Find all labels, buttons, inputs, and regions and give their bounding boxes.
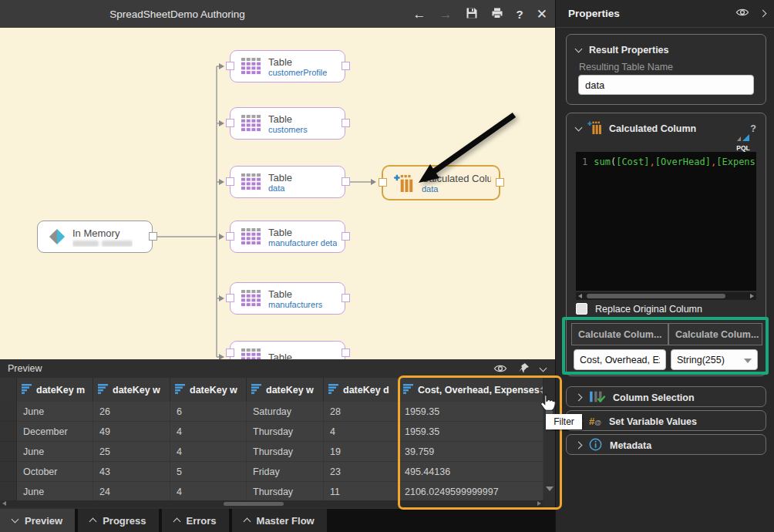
input-port[interactable]: [226, 348, 234, 357]
cell: Thursday: [247, 442, 324, 462]
table-grid-icon: [241, 58, 261, 75]
flow-node-table-customers[interactable]: Table customers: [230, 107, 345, 140]
cell: 49: [93, 422, 170, 442]
panel-collapse-chevron-icon[interactable]: [759, 10, 767, 18]
sort-arrows-icon[interactable]: [540, 386, 543, 394]
output-port[interactable]: [496, 178, 504, 187]
node-title: Calculated Column...: [422, 173, 491, 184]
output-port[interactable]: [149, 232, 157, 241]
flow-node-table-customerprofile[interactable]: Table customerProfile: [230, 50, 345, 82]
tab-preview[interactable]: Preview: [0, 509, 75, 532]
input-port[interactable]: [226, 294, 234, 302]
tab-errors[interactable]: Errors: [162, 509, 229, 532]
calculated-column-icon: [587, 121, 603, 136]
flow-canvas[interactable]: In Memory Table customerProfile Table cu…: [0, 28, 555, 359]
output-port[interactable]: [342, 62, 350, 70]
node-title: Table: [268, 172, 292, 184]
input-port[interactable]: [226, 177, 234, 186]
column-type-icon: [22, 384, 32, 396]
cell: June: [17, 442, 93, 462]
grid-header-column-type[interactable]: Calculate Colum...: [668, 323, 762, 345]
flow-node-in-memory[interactable]: In Memory: [37, 221, 153, 253]
output-port[interactable]: [342, 177, 350, 186]
input-port[interactable]: [226, 62, 234, 70]
column-name-input[interactable]: [574, 349, 666, 370]
cell: 4: [170, 442, 247, 462]
section-set-variable-values[interactable]: #@ Set Variable Values: [566, 410, 766, 431]
input-port[interactable]: [379, 178, 387, 187]
flow-node-table-partial[interactable]: Table: [230, 341, 345, 359]
application-window: SpreadSheetDemo Authoring ← → ? ✕: [0, 0, 774, 532]
scroll-down-arrow[interactable]: [546, 487, 554, 491]
chevron-up-icon: [173, 518, 180, 526]
flow-node-table-manufacturers[interactable]: Table manufacturers: [230, 282, 345, 315]
cell: Thursday: [247, 422, 324, 442]
section-metadata[interactable]: Metadata: [566, 434, 766, 455]
column-header-datekey-w3[interactable]: dateKey w: [247, 378, 324, 402]
properties-eye-icon[interactable]: [735, 8, 749, 19]
help-icon[interactable]: ?: [517, 8, 523, 20]
expression-code-editor[interactable]: 1sum([Cost],[OverHead],[Expens: [576, 152, 756, 291]
table-grid-icon: [241, 228, 261, 245]
table-row[interactable]: June 24 4 Thursday 11 2106.0249599999997: [0, 482, 543, 502]
input-port[interactable]: [226, 232, 234, 241]
section-help-icon[interactable]: ?: [750, 123, 756, 134]
scroll-left-arrow[interactable]: [578, 294, 582, 298]
column-header-cost-overhead-expenses[interactable]: Cost, Overhead, Expenses: [399, 378, 543, 402]
cell: 4: [170, 482, 247, 502]
column-header-datekey-m[interactable]: dateKey m: [17, 378, 93, 402]
tab-progress[interactable]: Progress: [78, 509, 158, 532]
preview-eye-icon[interactable]: [493, 364, 507, 375]
chevron-down-icon: [575, 123, 583, 131]
column-header-datekey-w2[interactable]: dateKey w: [170, 378, 247, 402]
section-column-selection[interactable]: Column Selection: [566, 386, 766, 407]
replace-original-column-label: Replace Original Column: [595, 304, 702, 315]
grid-header-column-name[interactable]: Calculate Colum...: [571, 323, 668, 345]
table-row[interactable]: December 49 4 Thursday 4 1959.35: [0, 422, 543, 442]
column-type-dropdown[interactable]: String(255): [671, 349, 758, 370]
preview-horizontal-scrollbar[interactable]: [0, 500, 543, 507]
save-icon[interactable]: [466, 7, 478, 22]
line-number: 1: [582, 157, 587, 167]
pql-icon: [735, 133, 751, 143]
table-row[interactable]: June 26 6 Saturday 28 1959.35: [0, 402, 543, 422]
output-port[interactable]: [342, 348, 350, 357]
flow-node-calculated-column[interactable]: Calculated Column... data: [382, 165, 500, 200]
print-icon[interactable]: [491, 7, 503, 22]
output-port[interactable]: [342, 119, 350, 127]
preview-pin-icon[interactable]: [518, 362, 530, 376]
cell: October: [17, 462, 93, 482]
properties-panel-title: Properties: [568, 8, 620, 19]
tab-master-flow[interactable]: Master Flow: [232, 509, 327, 532]
row-gutter: [0, 482, 17, 502]
scroll-left-arrow[interactable]: [2, 501, 6, 506]
table-grid-icon: [241, 290, 261, 307]
section-header-result-properties[interactable]: Result Properties: [567, 39, 766, 60]
resulting-table-name-input[interactable]: [578, 75, 754, 95]
window-title: SpreadSheetDemo Authoring: [0, 8, 355, 20]
resulting-table-name-label: Resulting Table Name: [567, 60, 766, 72]
flow-node-table-manufacturer-details[interactable]: Table manufacturer details...: [230, 221, 345, 253]
column-header-datekey-d[interactable]: dateKey d: [324, 378, 399, 402]
replace-original-column-checkbox[interactable]: [576, 303, 587, 315]
preview-collapse-icon[interactable]: [540, 365, 547, 372]
flow-node-table-data[interactable]: Table data: [230, 166, 345, 198]
table-row[interactable]: October 43 5 Friday 23 495.44136: [0, 462, 543, 482]
code-horizontal-scrollbar[interactable]: [576, 292, 756, 300]
input-port[interactable]: [226, 119, 234, 127]
back-icon[interactable]: ←: [413, 8, 426, 21]
output-port[interactable]: [342, 232, 350, 241]
node-subtitle: manufacturer details...: [268, 238, 337, 247]
column-type-icon: [251, 384, 262, 396]
output-port[interactable]: [342, 294, 350, 302]
scroll-right-arrow[interactable]: [537, 501, 541, 506]
column-type-icon: [328, 384, 339, 396]
column-type-icon: [98, 384, 109, 396]
node-subtitle: manufacturers: [268, 300, 322, 309]
column-type-icon: [403, 384, 414, 396]
table-row[interactable]: June 25 4 Thursday 19 39.759: [0, 442, 543, 462]
preview-panel: Preview dateKey m dateKey w: [0, 359, 555, 509]
close-icon[interactable]: ✕: [537, 8, 547, 21]
column-header-datekey-w1[interactable]: dateKey w: [93, 378, 170, 402]
scroll-right-arrow[interactable]: [750, 294, 754, 298]
